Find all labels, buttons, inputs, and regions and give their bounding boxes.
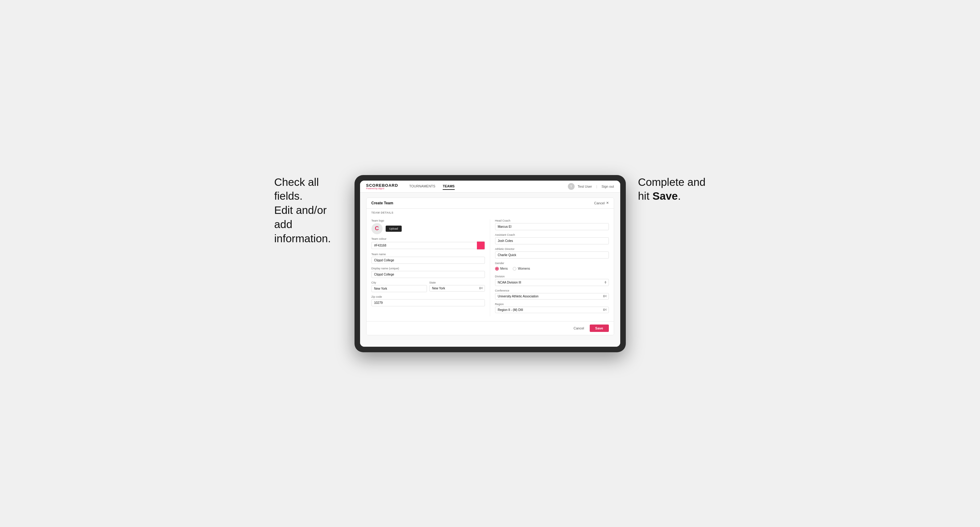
save-button[interactable]: Save — [590, 324, 609, 332]
form-body: Team logo C Upload Team colo — [366, 216, 614, 321]
form-right-column: Head Coach Assistant Coach Athletic Dire… — [490, 219, 609, 316]
assistant-coach-group: Assistant Coach — [495, 233, 609, 244]
city-state-row: City State New York ✕ — [371, 281, 485, 292]
team-colour-input[interactable] — [371, 242, 477, 249]
cancel-header-button[interactable]: Cancel ✕ — [594, 201, 609, 205]
division-label: Division — [495, 275, 609, 278]
right-annotation-line1: Complete and — [638, 176, 706, 188]
right-annotation: Complete and hit Save. — [638, 175, 706, 203]
radio-womens[interactable]: Womens — [513, 267, 530, 271]
logo-letter: C — [375, 225, 379, 232]
city-subgroup: City — [371, 281, 427, 292]
conference-label: Conference — [495, 289, 609, 292]
conference-group: Conference University Athletic Associati… — [495, 289, 609, 300]
nav-items: TOURNAMENTS TEAMS — [409, 183, 560, 190]
team-name-label: Team name — [371, 253, 485, 256]
region-actions: ✕ — [604, 308, 607, 311]
zip-label: Zip code — [371, 295, 485, 298]
region-label: Region — [495, 303, 609, 306]
zip-code-group: Zip code — [371, 295, 485, 306]
division-group: Division NCAA Division III — [495, 275, 609, 286]
annotation-line1: Check all fields. — [274, 176, 319, 202]
form-left-column: Team logo C Upload Team colo — [371, 219, 490, 316]
state-clear-icon[interactable]: ✕ — [480, 286, 484, 290]
color-swatch[interactable] — [477, 241, 485, 250]
head-coach-label: Head Coach — [495, 219, 609, 222]
color-row — [371, 241, 485, 250]
team-name-input[interactable] — [371, 257, 485, 264]
annotation-line2: Edit and/or add — [274, 204, 327, 230]
gender-label: Gender — [495, 262, 609, 265]
radio-dot-mens — [495, 267, 499, 271]
radio-mens[interactable]: Mens — [495, 267, 508, 271]
annotation-line3: information. — [274, 232, 331, 244]
region-select-wrapper[interactable]: Region II - (M) DIII ✕ — [495, 306, 609, 313]
display-name-input[interactable] — [371, 271, 485, 278]
head-coach-group: Head Coach — [495, 219, 609, 230]
brand-logo: SCOREBOARD Powered by clipp'd — [366, 183, 398, 189]
team-logo-label: Team logo — [371, 219, 485, 222]
assistant-coach-input[interactable] — [495, 237, 609, 244]
team-logo-group: Team logo C Upload — [371, 219, 485, 234]
gender-group: Gender Mens Womens — [495, 262, 609, 272]
city-input[interactable] — [371, 285, 427, 292]
nav-bar: SCOREBOARD Powered by clipp'd TOURNAMENT… — [360, 181, 620, 193]
display-name-group: Display name (unique) — [371, 267, 485, 278]
username: Test User — [578, 185, 592, 188]
conference-actions: ✕ — [604, 294, 607, 298]
state-value: New York — [432, 287, 476, 290]
display-name-label: Display name (unique) — [371, 267, 485, 270]
tablet-device: SCOREBOARD Powered by clipp'd TOURNAMENT… — [355, 175, 626, 352]
nav-tournaments[interactable]: TOURNAMENTS — [409, 183, 435, 190]
athletic-director-input[interactable] — [495, 251, 609, 259]
logo-circle: C — [371, 223, 383, 234]
upload-button[interactable]: Upload — [386, 225, 402, 232]
right-annotation-save: Save — [652, 190, 678, 202]
team-colour-label: Team colour — [371, 237, 485, 240]
brand-sub: Powered by clipp'd — [366, 187, 398, 189]
right-annotation-line2: hit — [638, 190, 652, 202]
state-label: State — [430, 281, 485, 284]
main-content: Create Team Cancel ✕ TEAM DETAILS — [360, 193, 620, 347]
state-actions: ✕ — [480, 286, 484, 290]
left-annotation: Check all fields. Edit and/or add inform… — [274, 175, 342, 246]
nav-right: T Test User | Sign out — [568, 183, 614, 190]
athletic-director-label: Athletic Director — [495, 248, 609, 251]
city-state-group: City State New York ✕ — [371, 281, 485, 292]
head-coach-input[interactable] — [495, 223, 609, 230]
divider: | — [596, 185, 597, 188]
assistant-coach-label: Assistant Coach — [495, 233, 609, 237]
region-group: Region Region II - (M) DIII ✕ — [495, 303, 609, 313]
nav-teams[interactable]: TEAMS — [443, 183, 455, 190]
cancel-button[interactable]: Cancel — [571, 325, 587, 332]
cancel-header-label: Cancel — [594, 201, 605, 205]
region-value: Region II - (M) DIII — [498, 308, 600, 311]
avatar: T — [568, 183, 574, 190]
logo-area: C Upload — [371, 223, 485, 234]
team-name-group: Team name — [371, 253, 485, 264]
conference-clear-icon[interactable]: ✕ — [604, 294, 607, 298]
create-team-form: Create Team Cancel ✕ TEAM DETAILS — [366, 198, 614, 335]
radio-dot-womens — [513, 267, 516, 271]
form-header: Create Team Cancel ✕ — [366, 198, 614, 209]
form-title: Create Team — [371, 201, 393, 205]
close-icon: ✕ — [606, 201, 609, 205]
right-annotation-period: . — [678, 190, 681, 202]
form-footer: Cancel Save — [366, 321, 614, 335]
tablet-screen: SCOREBOARD Powered by clipp'd TOURNAMENT… — [360, 181, 620, 347]
section-label: TEAM DETAILS — [366, 209, 614, 216]
radio-mens-label: Mens — [500, 267, 508, 270]
city-label: City — [371, 281, 427, 284]
division-select[interactable]: NCAA Division III — [495, 279, 609, 286]
sign-out-link[interactable]: Sign out — [601, 185, 614, 188]
region-clear-icon[interactable]: ✕ — [604, 308, 607, 311]
brand-name: SCOREBOARD — [366, 183, 398, 187]
division-select-wrapper: NCAA Division III — [495, 279, 609, 286]
conference-select-wrapper[interactable]: University Athletic Association ✕ — [495, 293, 609, 300]
radio-womens-label: Womens — [518, 267, 530, 270]
team-colour-group: Team colour — [371, 237, 485, 250]
state-select-wrapper: New York ✕ — [430, 285, 485, 292]
athletic-director-group: Athletic Director — [495, 248, 609, 259]
radio-group: Mens Womens — [495, 266, 609, 272]
zip-input[interactable] — [371, 299, 485, 306]
